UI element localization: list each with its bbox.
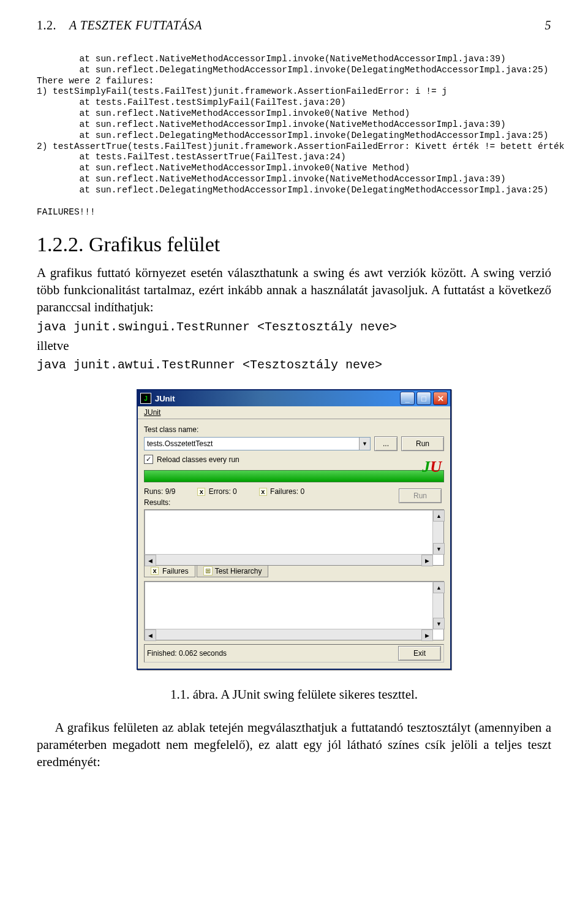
maximize-icon[interactable]: □	[417, 392, 431, 405]
window-title: JUnit	[155, 394, 398, 403]
failure-x-icon: x	[259, 488, 267, 496]
tab-failures-label: Failures	[162, 567, 189, 575]
scroll-right-icon[interactable]: ▶	[421, 555, 433, 566]
hierarchy-tree-icon: ⊞	[203, 566, 213, 575]
minimize-icon[interactable]: _	[400, 392, 415, 405]
close-icon[interactable]: ✕	[433, 392, 448, 405]
runs-label: Runs:	[144, 487, 163, 496]
app-icon: J	[140, 393, 151, 404]
stack-trace-block: at sun.reflect.NativeMethodAccessorImpl.…	[37, 54, 551, 218]
tab-hierarchy-label: Test Hierarchy	[215, 567, 262, 575]
failures-label: Failures:	[270, 487, 298, 496]
junit-window: J JUnit _ □ ✕ JUnit Test class name: tes…	[137, 389, 451, 670]
paragraph-last: A grafikus felületen az ablak tetején me…	[37, 719, 551, 770]
tab-hierarchy[interactable]: ⊞ Test Hierarchy	[197, 565, 269, 577]
errors-label: Errors:	[209, 487, 231, 496]
scroll-up-icon[interactable]: ▲	[433, 510, 445, 522]
error-x-icon: x	[197, 488, 205, 496]
test-class-combo[interactable]: tests.OsszetettTeszt ▼	[144, 437, 371, 450]
menu-bar: JUnit	[138, 406, 450, 419]
combo-value: tests.OsszetettTeszt	[147, 439, 213, 448]
progress-bar	[144, 470, 444, 482]
scroll-right-icon[interactable]: ▶	[421, 629, 433, 641]
run-button[interactable]: Run	[401, 436, 444, 451]
title-bar[interactable]: J JUnit _ □ ✕	[138, 390, 450, 406]
errors-value: 0	[233, 487, 237, 496]
subsection-heading: 1.2.2. Grafikus felület	[37, 233, 551, 256]
exit-button[interactable]: Exit	[398, 646, 441, 661]
page-header: 1.2. A TESZTEK FUTTATÁSA 5	[37, 18, 551, 32]
figure-caption: 1.1. ábra. A JUnit swing felülete sikere…	[37, 687, 551, 702]
menu-junit[interactable]: JUnit	[141, 407, 163, 418]
tab-failures[interactable]: x Failures	[144, 565, 195, 577]
command-awtui: java junit.awtui.TestRunner <Tesztosztál…	[37, 358, 551, 372]
test-class-label: Test class name:	[144, 425, 444, 434]
chevron-down-icon[interactable]: ▼	[359, 438, 370, 450]
reload-label: Reload classes every run	[157, 455, 239, 464]
scroll-left-icon[interactable]: ◀	[145, 629, 156, 641]
scroll-down-icon[interactable]: ▼	[433, 543, 445, 555]
paragraph-1: A grafikus futtató környezet esetén vála…	[37, 265, 551, 316]
reload-checkbox[interactable]: ✓	[144, 455, 153, 464]
section-title: A TESZTEK FUTTATÁSA	[69, 18, 202, 32]
section-number: 1.2.	[37, 18, 56, 32]
scroll-left-icon[interactable]: ◀	[145, 555, 156, 566]
junit-logo: JU	[422, 458, 442, 476]
status-text: Finished: 0.062 seconds	[147, 649, 227, 658]
scroll-up-icon[interactable]: ▲	[433, 582, 445, 593]
failures-value: 0	[300, 487, 304, 496]
results-list[interactable]: ▲ ▼ ◀ ▶	[144, 509, 444, 566]
command-swingui: java junit.swingui.TestRunner <Tesztoszt…	[37, 320, 551, 334]
runs-value: 9/9	[165, 487, 176, 496]
word-illetve: illetve	[37, 338, 551, 355]
page-number: 5	[545, 18, 552, 32]
failures-tab-x-icon: x	[151, 567, 159, 575]
browse-button[interactable]: ...	[374, 436, 398, 451]
scroll-down-icon[interactable]: ▼	[433, 618, 445, 629]
side-run-button[interactable]: Run	[399, 488, 442, 503]
details-list[interactable]: ▲ ▼ ◀ ▶	[144, 581, 444, 640]
